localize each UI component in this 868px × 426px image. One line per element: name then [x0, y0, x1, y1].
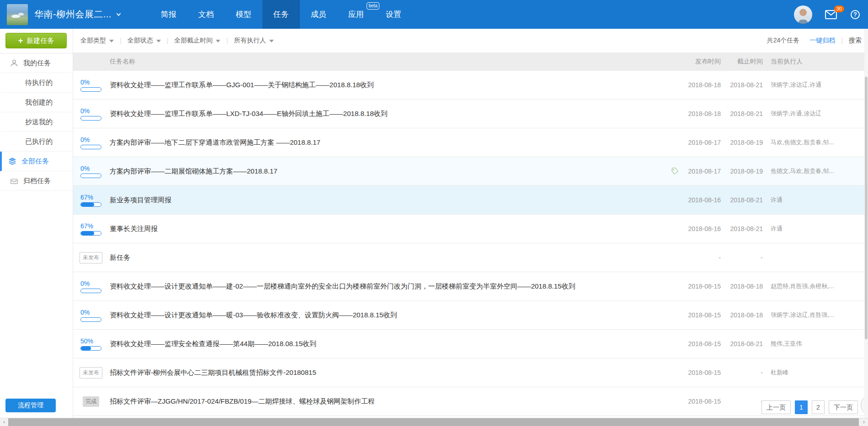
task-progress-cell: 0% [80, 165, 102, 178]
progress-bar [80, 346, 101, 351]
progress-indicator: 50% [80, 337, 101, 351]
task-name: 招标文件评审-柳州会展中心二三期项目机械租赁招标文件-20180815 [110, 368, 667, 377]
new-task-button[interactable]: + 新建任务 [5, 33, 67, 48]
task-deadline: - [724, 369, 763, 376]
navbar-right: 30 ? [794, 5, 860, 24]
sidebar-item-label: 我创建的 [25, 98, 53, 107]
task-row[interactable]: 0% 方案内部评审——二期展馆砌体施工方案——2018.8.17 2018-08… [73, 157, 868, 186]
progress-percent-label: 0% [80, 107, 101, 115]
page-2-button[interactable]: 2 [812, 400, 825, 414]
filter-deadline-dropdown[interactable]: 全部截止时间 [174, 37, 220, 45]
tab-tasks[interactable]: 任务 [262, 0, 300, 29]
task-name: 新业务项目管理周报 [110, 196, 667, 205]
tab-members[interactable]: 成员 [300, 0, 337, 29]
task-executor: 许通 [763, 225, 868, 233]
task-deadline: 2018-08-21 [724, 81, 763, 89]
task-row[interactable]: 0% 资料收文处理——监理工作联系单——LXD-TJ-034——E轴外回填土施工… [73, 100, 868, 128]
task-row[interactable]: 未发布 新任务 - - [73, 243, 868, 272]
sidebar-item-label: 已执行的 [25, 137, 53, 146]
scroll-left-arrow-icon[interactable]: ‹ [0, 418, 8, 426]
sidebar-item-archived-tasks[interactable]: 归档任务 [0, 171, 73, 191]
task-tag-cell [667, 368, 682, 377]
main-area: + 新建任务 我的任务 待执行的 我创建的 抄送我的 已执行的 全部任务 归档任… [0, 29, 868, 418]
progress-percent-label: 0% [80, 165, 101, 172]
progress-percent-label: 0% [80, 136, 101, 143]
task-deadline: 2018-08-18 [724, 283, 763, 290]
sidebar-item-pending[interactable]: 待执行的 [0, 73, 73, 93]
archive-all-link[interactable]: 一键归档 [809, 37, 835, 45]
page-1-button[interactable]: 1 [795, 400, 808, 414]
task-progress-cell: 完成 [80, 396, 102, 407]
project-switcher[interactable]: 华南-柳州会展二... [34, 8, 122, 21]
task-tag-cell [667, 225, 682, 233]
filter-status-label: 全部状态 [128, 37, 153, 45]
tab-models[interactable]: 模型 [225, 0, 262, 29]
sidebar-item-all-tasks[interactable]: 全部任务 [0, 152, 73, 171]
task-row[interactable]: 67% 新业务项目管理周报 2018-08-16 2018-08-21 许通 [73, 186, 868, 215]
task-row[interactable]: 未发布 招标文件评审-柳州会展中心二三期项目机械租赁招标文件-20180815 … [73, 358, 868, 387]
task-tag-cell [667, 196, 682, 204]
next-page-button[interactable]: 下一页 [829, 400, 858, 414]
progress-percent-label: 0% [80, 280, 101, 287]
header-publish-time: 发布时间 [682, 58, 721, 66]
vertical-scrollbar-thumb[interactable] [865, 77, 868, 339]
task-name: 资料收文处理——设计更改通知单——建-02——一层楼梯通向室外的安全出口为楼梯前… [110, 282, 667, 291]
task-publish-time: 2018-08-17 [682, 139, 721, 146]
user-avatar[interactable] [794, 5, 812, 24]
task-tag-cell [667, 282, 682, 290]
task-publish-time: 2018-08-15 [682, 398, 721, 405]
process-management-button[interactable]: 流程管理 [5, 399, 56, 412]
task-row[interactable]: 50% 资料收文处理——监理安全检查通报——第44期——2018.08.15收到… [73, 330, 868, 358]
filter-type-dropdown[interactable]: 全部类型 [80, 37, 114, 45]
prev-page-button[interactable]: 上一页 [761, 400, 791, 414]
progress-indicator: 0% [80, 309, 101, 322]
task-executor: 焦德文,马欢,殷贵春,邹... [763, 167, 868, 175]
caret-down-icon [109, 40, 114, 42]
filter-separator: | [841, 37, 843, 44]
task-progress-cell: 未发布 [80, 252, 102, 263]
header-current-executor: 当前执行人 [763, 58, 868, 66]
task-row[interactable]: 0% 方案内部评审——地下二层下穿通道市政管网施工方案 ——2018.8.17 … [73, 128, 868, 157]
tab-settings[interactable]: 设置 [375, 0, 412, 29]
vertical-scrollbar[interactable] [864, 29, 868, 418]
task-row[interactable]: 0% 资料收文处理——设计更改通知单——建-02——一层楼梯通向室外的安全出口为… [73, 272, 868, 301]
task-row[interactable]: 完成 招标文件评审—ZJGG/HN/2017-024/FBZB/019—二期焊接… [73, 387, 868, 416]
task-row[interactable]: 67% 董事长关注周报 2018-08-16 2018-08-21 许通 [73, 215, 868, 243]
search-link[interactable]: 搜索 [849, 37, 862, 45]
sidebar-item-my-tasks[interactable]: 我的任务 [0, 53, 73, 73]
task-row[interactable]: 0% 资料收文处理——设计更改通知单——暖-03——验收标准改变、设置防火阀——… [73, 301, 868, 330]
sidebar-item-label: 归档任务 [23, 177, 51, 185]
progress-bar [80, 202, 101, 207]
task-row[interactable]: 0% 资料收文处理——监理工作联系单——GJG-001——关于钢结构施工——20… [73, 71, 868, 100]
horizontal-scrollbar[interactable]: ‹ › [0, 418, 868, 426]
filter-status-dropdown[interactable]: 全部状态 [128, 37, 161, 45]
task-executor: 熊伟,王亚伟 [763, 340, 868, 348]
task-tag-cell [667, 110, 682, 118]
task-deadline: 2018-08-21 [724, 340, 763, 347]
tab-apps-label: 应用 [348, 10, 364, 19]
filter-executor-dropdown[interactable]: 所有执行人 [234, 37, 274, 45]
task-deadline: 2018-08-19 [724, 168, 763, 175]
status-badge: 未发布 [80, 252, 102, 263]
progress-indicator: 0% [80, 280, 101, 293]
filter-type-label: 全部类型 [80, 37, 106, 45]
sidebar-item-executed[interactable]: 已执行的 [0, 132, 73, 152]
task-deadline: 2018-08-18 [724, 311, 763, 319]
task-tag-cell [667, 81, 682, 89]
progress-bar [80, 289, 101, 293]
sidebar-item-label: 待执行的 [25, 79, 53, 87]
sidebar-item-created-by-me[interactable]: 我创建的 [0, 93, 73, 112]
horizontal-scrollbar-thumb[interactable] [8, 418, 859, 426]
filter-bar-right: 共24个任务 一键归档 | 搜索 [767, 37, 862, 45]
tab-briefing[interactable]: 简报 [150, 0, 187, 29]
user-icon [10, 59, 18, 67]
scroll-right-arrow-icon[interactable]: › [860, 418, 868, 426]
tab-documents[interactable]: 文档 [187, 0, 225, 29]
sidebar-item-cc-to-me[interactable]: 抄送我的 [0, 112, 73, 132]
task-publish-time: 2018-08-15 [682, 340, 721, 347]
tab-apps[interactable]: 应用 beta [337, 0, 375, 29]
messages-button[interactable]: 30 [825, 10, 837, 19]
plus-icon: + [18, 36, 23, 46]
help-icon[interactable]: ? [851, 10, 860, 19]
task-name: 方案内部评审——二期展馆砌体施工方案——2018.8.17 [110, 167, 667, 176]
